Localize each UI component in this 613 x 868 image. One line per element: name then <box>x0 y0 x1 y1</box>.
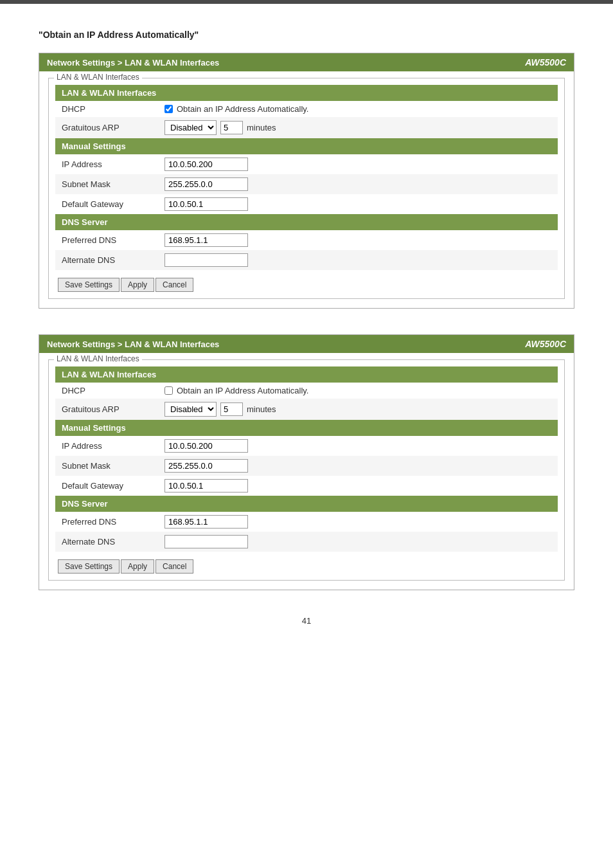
panel-2-gateway-input[interactable] <box>164 479 248 493</box>
panel-2-arp-unit: minutes <box>247 404 276 414</box>
panel-1-dns-header: DNS Server <box>55 214 558 230</box>
panel-2-preferred-dns-label: Preferred DNS <box>55 512 158 532</box>
panel-1-ip-label: IP Address <box>55 154 158 174</box>
panel-1-preferred-dns-value <box>158 230 558 250</box>
panel-2-alt-dns-input[interactable] <box>164 535 248 548</box>
panel-2-preferred-dns-input[interactable] <box>164 515 248 529</box>
panel-1-alt-dns-input[interactable] <box>164 253 248 267</box>
panel-2-arp-row: Gratuitous ARP Disabled Enabled minutes <box>55 399 558 420</box>
panel-2-ip-label: IP Address <box>55 436 158 456</box>
panel-2-gateway-label: Default Gateway <box>55 476 158 496</box>
panel-1-gateway-value <box>158 194 558 214</box>
panel-2-dhcp-checkbox-label[interactable]: Obtain an IP Address Automatically. <box>164 386 551 395</box>
panel-2-main-header: LAN & WLAN Interfaces <box>55 366 558 383</box>
panel-2-ip-value <box>158 436 558 456</box>
panel-2-preferred-dns-row: Preferred DNS <box>55 512 558 532</box>
panel-2-arp-select[interactable]: Disabled Enabled <box>164 402 217 417</box>
panel-2-arp-number[interactable] <box>220 402 243 416</box>
panel-1-gateway-row: Default Gateway <box>55 194 558 214</box>
panel-2-dhcp-label: DHCP <box>55 383 158 399</box>
panel-1-breadcrumb: Network Settings > LAN & WLAN Interfaces <box>47 58 219 68</box>
panel-2: Network Settings > LAN & WLAN Interfaces… <box>39 334 574 590</box>
panel-1-dhcp-label: DHCP <box>55 101 158 117</box>
panel-1-dhcp-checkbox-label[interactable]: Obtain an IP Address Automatically. <box>164 104 551 114</box>
panel-2-subnet-value <box>158 456 558 476</box>
panel-1-dhcp-checkbox[interactable] <box>164 105 173 113</box>
panel-2-alt-dns-value <box>158 532 558 552</box>
page-number: 41 <box>39 616 574 626</box>
panel-2-subnet-input[interactable] <box>164 459 248 473</box>
panel-1-gateway-label: Default Gateway <box>55 194 158 214</box>
panel-2-body: LAN & WLAN Interfaces LAN & WLAN Interfa… <box>39 353 574 590</box>
panel-1-preferred-dns-row: Preferred DNS <box>55 230 558 250</box>
panel-1-save-button[interactable]: Save Settings <box>58 278 120 292</box>
panel-1-dhcp-value: Obtain an IP Address Automatically. <box>158 101 558 117</box>
panel-1-gateway-input[interactable] <box>164 197 248 211</box>
panel-1-preferred-dns-input[interactable] <box>164 233 248 247</box>
panel-1-subnet-row: Subnet Mask <box>55 174 558 194</box>
panel-2-subnet-label: Subnet Mask <box>55 456 158 476</box>
panel-2-dns-header-row: DNS Server <box>55 496 558 512</box>
panel-2-arp-value: Disabled Enabled minutes <box>158 399 558 420</box>
panel-1-alt-dns-label: Alternate DNS <box>55 250 158 270</box>
panel-1-subnet-value <box>158 174 558 194</box>
panel-2-dhcp-checkbox-text: Obtain an IP Address Automatically. <box>177 386 308 395</box>
panel-1-btn-row: Save Settings Apply Cancel <box>55 278 558 292</box>
panel-2-gateway-value <box>158 476 558 496</box>
panel-2-ip-row: IP Address <box>55 436 558 456</box>
panel-2-save-button[interactable]: Save Settings <box>58 559 120 574</box>
panel-1-arp-row: Gratuitous ARP Disabled Enabled minutes <box>55 117 558 138</box>
panel-2-main-header-row: LAN & WLAN Interfaces <box>55 366 558 383</box>
panel-1-cancel-button[interactable]: Cancel <box>155 278 193 292</box>
panel-2-btn-row: Save Settings Apply Cancel <box>55 559 558 574</box>
panel-2-manual-header: Manual Settings <box>55 420 558 436</box>
panel-2-outer-label: LAN & WLAN Interfaces <box>54 354 142 363</box>
panel-2-arp-label: Gratuitous ARP <box>55 399 158 420</box>
panel-1-preferred-dns-label: Preferred DNS <box>55 230 158 250</box>
panel-1-arp-number[interactable] <box>220 121 243 134</box>
panel-1-header: Network Settings > LAN & WLAN Interfaces… <box>39 53 574 71</box>
panel-2-alt-dns-label: Alternate DNS <box>55 532 158 552</box>
panel-1-main-header: LAN & WLAN Interfaces <box>55 85 558 101</box>
panel-1-manual-header-row: Manual Settings <box>55 138 558 154</box>
panel-2-cancel-button[interactable]: Cancel <box>155 559 193 574</box>
panel-1-alt-dns-row: Alternate DNS <box>55 250 558 270</box>
panel-2-settings-table: LAN & WLAN Interfaces DHCP Obtain an IP … <box>55 366 558 552</box>
panel-1-arp-label: Gratuitous ARP <box>55 117 158 138</box>
panel-1-arp-unit: minutes <box>247 123 276 132</box>
panel-2-ip-input[interactable] <box>164 439 248 453</box>
panel-2-subnet-row: Subnet Mask <box>55 456 558 476</box>
panel-2-header: Network Settings > LAN & WLAN Interfaces… <box>39 335 574 353</box>
page-heading: "Obtain an IP Address Automatically" <box>39 30 574 40</box>
panel-1-ip-row: IP Address <box>55 154 558 174</box>
panel-1-dns-header-row: DNS Server <box>55 214 558 230</box>
panel-2-arp-controls: Disabled Enabled minutes <box>164 402 551 417</box>
panel-2-alt-dns-row: Alternate DNS <box>55 532 558 552</box>
panel-1-subnet-label: Subnet Mask <box>55 174 158 194</box>
panel-2-gateway-row: Default Gateway <box>55 476 558 496</box>
panel-1-settings-table: LAN & WLAN Interfaces DHCP Obtain an IP … <box>55 85 558 270</box>
panel-1-ip-input[interactable] <box>164 158 248 171</box>
panel-1: Network Settings > LAN & WLAN Interfaces… <box>39 53 574 309</box>
panel-2-manual-header-row: Manual Settings <box>55 420 558 436</box>
panel-2-dhcp-value: Obtain an IP Address Automatically. <box>158 383 558 399</box>
panel-1-subnet-input[interactable] <box>164 177 248 191</box>
panel-1-dhcp-row: DHCP Obtain an IP Address Automatically. <box>55 101 558 117</box>
panel-1-arp-select[interactable]: Disabled Enabled <box>164 120 217 135</box>
panel-1-arp-controls: Disabled Enabled minutes <box>164 120 551 135</box>
panel-1-apply-button[interactable]: Apply <box>121 278 154 292</box>
panel-2-dhcp-checkbox[interactable] <box>164 386 173 395</box>
panel-2-breadcrumb: Network Settings > LAN & WLAN Interfaces <box>47 339 219 349</box>
panel-2-device: AW5500C <box>525 339 566 349</box>
panel-2-dns-header: DNS Server <box>55 496 558 512</box>
panel-1-arp-value: Disabled Enabled minutes <box>158 117 558 138</box>
panel-2-dhcp-row: DHCP Obtain an IP Address Automatically. <box>55 383 558 399</box>
panel-1-alt-dns-value <box>158 250 558 270</box>
panel-1-ip-value <box>158 154 558 174</box>
panel-1-main-header-row: LAN & WLAN Interfaces <box>55 85 558 101</box>
panel-2-apply-button[interactable]: Apply <box>121 559 154 574</box>
panel-1-body: LAN & WLAN Interfaces LAN & WLAN Interfa… <box>39 71 574 308</box>
panel-1-manual-header: Manual Settings <box>55 138 558 154</box>
panel-1-device: AW5500C <box>525 57 566 68</box>
panel-1-dhcp-checkbox-text: Obtain an IP Address Automatically. <box>177 104 308 114</box>
